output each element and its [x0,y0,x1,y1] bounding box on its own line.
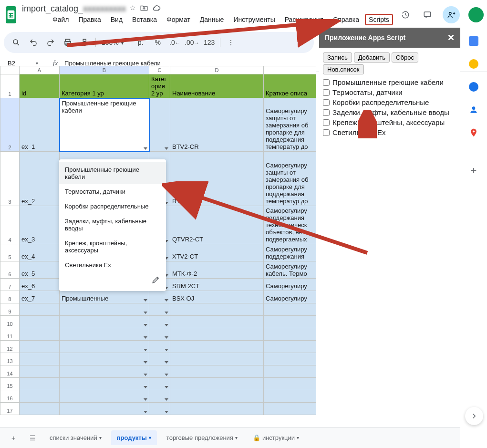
cell-D5[interactable]: XTV2-CT [170,244,264,261]
menu-edit[interactable]: Правка [74,14,104,25]
col-header-B[interactable]: B [60,66,149,74]
comments-icon[interactable] [421,8,434,21]
explore-button[interactable] [465,407,483,425]
panel-checkbox-item[interactable]: Коробки распределительные [323,98,456,106]
row-header-2[interactable]: 2 [0,98,20,152]
row-header-4[interactable]: 4 [0,206,20,244]
select-all-corner[interactable] [0,66,20,74]
menu-view[interactable]: Вид [107,14,126,25]
row-header-7[interactable]: 7 [0,279,20,291]
number-format-button[interactable]: 123 [203,36,216,49]
cell-A4[interactable]: ex_3 [20,206,60,244]
panel-btn-record[interactable]: Запись [323,52,352,63]
panel-checkbox-item[interactable]: Заделки, муфты, кабельные вводы [323,108,456,116]
row-header-11[interactable]: 11 [0,328,20,341]
currency-button[interactable]: р. [134,36,147,49]
calendar-icon[interactable] [469,36,478,46]
cell-D2[interactable]: BTV2-CR [170,98,264,152]
panel-checkbox-item[interactable]: Крепеж, кронштейны, аксессуары [323,118,456,126]
maps-icon[interactable] [469,128,478,137]
cell-D7[interactable]: SRM 2CT [170,279,264,291]
share-button[interactable] [443,6,460,23]
more-tools-icon[interactable]: ⋮ [224,36,238,49]
print-icon[interactable] [61,36,74,49]
panel-btn-reset[interactable]: Сброс [392,52,418,63]
cell-D8[interactable]: BSX OJ [170,291,264,303]
dropdown-item[interactable]: Светильники Ex [59,258,166,272]
cell-B2[interactable]: Промышленные греющие кабели [60,98,149,152]
panel-checkbox-item[interactable]: Термостаты, датчики [323,88,456,96]
dropdown-edit-icon[interactable] [59,272,166,288]
cell-E7[interactable]: Саморегулиру [264,279,316,291]
menu-extensions[interactable]: Расширения [281,14,327,25]
menu-format[interactable]: Формат [163,14,194,25]
search-icon[interactable] [10,36,23,49]
paint-format-icon[interactable] [78,36,92,49]
dropdown-item[interactable]: Коробки распределительные [59,199,166,214]
history-icon[interactable] [399,8,412,21]
cell-D6[interactable]: МТК-Ф-2 [170,261,264,279]
cell-A2[interactable]: ex_1 [20,98,60,152]
cell-E1[interactable]: Краткое описа [264,74,316,98]
dropdown-item[interactable]: Термостаты, датчики [59,184,166,199]
cell-A5[interactable]: ex_4 [20,244,60,261]
row-header-3[interactable]: 3 [0,152,20,206]
row-header-13[interactable]: 13 [0,353,20,365]
cell-E5[interactable]: Саморегулиру поддержания [264,244,316,261]
cell-A8[interactable]: ex_7 [20,291,60,303]
cell-E3[interactable]: Саморегулиру защиты от замерзания об про… [264,152,316,206]
menu-tools[interactable]: Инструменты [229,14,279,25]
all-sheets-button[interactable]: ☰ [25,430,40,446]
cloud-status-icon[interactable] [152,4,161,14]
row-header-14[interactable]: 14 [0,365,20,378]
cell-E4[interactable]: Саморегулиру поддержания технологическ о… [264,206,316,244]
zoom-selector[interactable]: 100% ▾ [100,39,126,46]
inc-decimal-icon[interactable]: .00→ [186,36,199,49]
undo-icon[interactable] [27,36,40,49]
sheet-tab[interactable]: торговые предложения▾ [161,430,243,445]
panel-checkbox-item[interactable]: Светильники Ex [323,128,456,136]
cell-A7[interactable]: ex_6 [20,279,60,291]
row-header-12[interactable]: 12 [0,341,20,353]
cell-A1[interactable]: id [20,74,60,98]
row-header-1[interactable]: 1 [0,74,20,98]
menu-scripts[interactable]: Scripts [365,14,393,25]
panel-btn-newlist[interactable]: Нов.список [323,64,364,74]
cell-D1[interactable]: Наименование [170,74,264,98]
document-title[interactable]: import_catalog_xxxxxxxxxx [22,4,126,14]
cell-E2[interactable]: Саморегулиру защиты от замерзания об про… [264,98,316,152]
cell-D4[interactable]: QTVR2-CT [170,206,264,244]
dropdown-item[interactable]: Заделки, муфты, кабельные вводы [59,214,166,236]
add-addon-icon[interactable]: + [471,165,477,177]
dropdown-arrow-icon[interactable] [144,147,147,150]
cell-C8[interactable] [149,291,170,303]
row-header-15[interactable]: 15 [0,378,20,390]
cell-C9[interactable] [149,303,170,316]
dec-decimal-icon[interactable]: .0← [168,36,182,49]
cell-E6[interactable]: Саморегулиру кабель. Термо [264,261,316,279]
cell-B8[interactable]: Промышленные [60,291,149,303]
col-header-C[interactable]: C [149,66,170,74]
col-header-D[interactable]: D [170,66,264,74]
row-header-16[interactable]: 16 [0,390,20,403]
dropdown-item[interactable]: Промышленные греющие кабели [59,162,166,184]
menu-help[interactable]: Справка [329,14,363,25]
add-sheet-button[interactable]: + [6,430,21,446]
cell-B1[interactable]: Категория 1 ур [60,74,149,98]
dropdown-item[interactable]: Крепеж, кронштейны, аксессуары [59,236,166,258]
menu-file[interactable]: Файл [49,14,73,25]
star-icon[interactable]: ☆ [130,4,136,14]
percent-button[interactable]: % [151,36,165,49]
sheet-tab[interactable]: 🔒инструкции▾ [247,430,305,445]
sheet-tab[interactable]: списки значений▾ [44,430,107,445]
panel-btn-add[interactable]: Добавить [354,52,390,63]
menu-data[interactable]: Данные [196,14,228,25]
keep-icon[interactable] [469,59,478,69]
close-icon[interactable]: ✕ [447,32,455,43]
cell-A9[interactable] [20,303,60,316]
panel-checkbox-item[interactable]: Промышленные греющие кабели [323,78,456,86]
cell-D3[interactable]: BTV2-CT [170,152,264,206]
cell-C1[interactable]: Категория 2 ур [149,74,170,98]
row-header-8[interactable]: 8 [0,291,20,303]
cell-A6[interactable]: ex_5 [20,261,60,279]
